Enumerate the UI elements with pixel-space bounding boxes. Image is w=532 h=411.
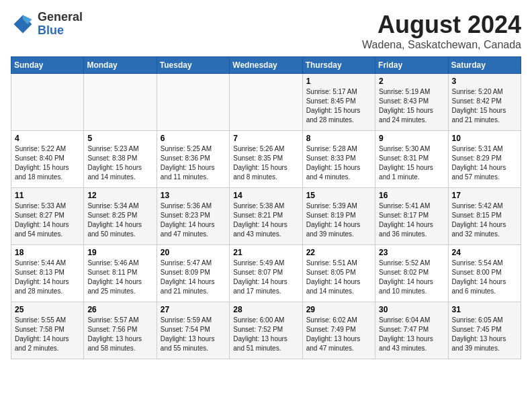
calendar-cell: 15 Sunrise: 5:39 AMSunset: 8:19 PMDaylig… bbox=[302, 188, 375, 245]
day-number: 7 bbox=[233, 134, 298, 143]
day-number: 23 bbox=[379, 248, 444, 257]
day-number: 19 bbox=[87, 248, 152, 257]
weekday-header-sunday: Sunday bbox=[11, 57, 84, 74]
day-info: Sunrise: 5:59 AMSunset: 7:54 PMDaylight:… bbox=[161, 316, 226, 353]
calendar-cell: 6 Sunrise: 5:25 AMSunset: 8:36 PMDayligh… bbox=[157, 131, 229, 188]
day-info: Sunrise: 5:57 AMSunset: 7:56 PMDaylight:… bbox=[87, 316, 152, 353]
logo-icon bbox=[11, 12, 35, 36]
day-info: Sunrise: 5:17 AMSunset: 8:45 PMDaylight:… bbox=[306, 87, 371, 125]
day-info: Sunrise: 5:36 AMSunset: 8:23 PMDaylight:… bbox=[161, 201, 226, 239]
logo-text: General Blue bbox=[38, 11, 83, 38]
day-info: Sunrise: 5:26 AMSunset: 8:35 PMDaylight:… bbox=[233, 144, 298, 182]
day-info: Sunrise: 5:55 AMSunset: 7:58 PMDaylight:… bbox=[15, 316, 80, 353]
day-info: Sunrise: 5:31 AMSunset: 8:29 PMDaylight:… bbox=[452, 144, 517, 182]
day-info: Sunrise: 5:22 AMSunset: 8:40 PMDaylight:… bbox=[15, 144, 80, 182]
day-info: Sunrise: 5:54 AMSunset: 8:00 PMDaylight:… bbox=[452, 259, 517, 296]
day-info: Sunrise: 5:49 AMSunset: 8:07 PMDaylight:… bbox=[233, 259, 298, 296]
day-info: Sunrise: 5:25 AMSunset: 8:36 PMDaylight:… bbox=[161, 144, 226, 182]
calendar-cell: 30 Sunrise: 6:04 AMSunset: 7:47 PMDaylig… bbox=[375, 302, 448, 359]
calendar-cell: 28 Sunrise: 6:00 AMSunset: 7:52 PMDaylig… bbox=[230, 302, 302, 359]
day-number: 3 bbox=[452, 77, 517, 86]
calendar-cell: 1 Sunrise: 5:17 AMSunset: 8:45 PMDayligh… bbox=[302, 74, 375, 131]
day-number: 17 bbox=[452, 191, 517, 200]
day-number: 21 bbox=[233, 248, 298, 257]
day-info: Sunrise: 5:39 AMSunset: 8:19 PMDaylight:… bbox=[306, 201, 371, 239]
day-info: Sunrise: 6:04 AMSunset: 7:47 PMDaylight:… bbox=[379, 316, 444, 353]
calendar-table: SundayMondayTuesdayWednesdayThursdayFrid… bbox=[11, 56, 521, 359]
weekday-header-row: SundayMondayTuesdayWednesdayThursdayFrid… bbox=[11, 57, 521, 74]
calendar-cell: 18 Sunrise: 5:44 AMSunset: 8:13 PMDaylig… bbox=[11, 245, 84, 302]
day-number: 20 bbox=[161, 248, 226, 257]
day-info: Sunrise: 6:02 AMSunset: 7:49 PMDaylight:… bbox=[306, 316, 371, 353]
calendar-cell bbox=[11, 74, 84, 131]
day-info: Sunrise: 5:47 AMSunset: 8:09 PMDaylight:… bbox=[161, 259, 226, 296]
day-info: Sunrise: 5:38 AMSunset: 8:21 PMDaylight:… bbox=[233, 201, 298, 239]
calendar-cell: 22 Sunrise: 5:51 AMSunset: 8:05 PMDaylig… bbox=[302, 245, 375, 302]
calendar-cell: 23 Sunrise: 5:52 AMSunset: 8:02 PMDaylig… bbox=[375, 245, 448, 302]
day-info: Sunrise: 5:52 AMSunset: 8:02 PMDaylight:… bbox=[379, 259, 444, 296]
weekday-header-wednesday: Wednesday bbox=[230, 57, 302, 74]
location-subtitle: Wadena, Saskatchewan, Canada bbox=[362, 39, 521, 51]
calendar-cell: 29 Sunrise: 6:02 AMSunset: 7:49 PMDaylig… bbox=[302, 302, 375, 359]
calendar-cell: 8 Sunrise: 5:28 AMSunset: 8:33 PMDayligh… bbox=[302, 131, 375, 188]
day-number: 6 bbox=[161, 134, 226, 143]
calendar-cell bbox=[84, 74, 157, 131]
day-number: 25 bbox=[15, 305, 80, 314]
calendar-cell: 12 Sunrise: 5:34 AMSunset: 8:25 PMDaylig… bbox=[84, 188, 157, 245]
logo-blue-text: Blue bbox=[38, 24, 83, 38]
calendar-cell: 9 Sunrise: 5:30 AMSunset: 8:31 PMDayligh… bbox=[375, 131, 448, 188]
calendar-cell: 21 Sunrise: 5:49 AMSunset: 8:07 PMDaylig… bbox=[230, 245, 302, 302]
day-info: Sunrise: 5:44 AMSunset: 8:13 PMDaylight:… bbox=[15, 259, 80, 296]
week-row-4: 18 Sunrise: 5:44 AMSunset: 8:13 PMDaylig… bbox=[11, 245, 521, 302]
calendar-cell: 24 Sunrise: 5:54 AMSunset: 8:00 PMDaylig… bbox=[448, 245, 521, 302]
day-number: 12 bbox=[87, 191, 152, 200]
weekday-header-friday: Friday bbox=[375, 57, 448, 74]
day-number: 13 bbox=[161, 191, 226, 200]
day-info: Sunrise: 5:19 AMSunset: 8:43 PMDaylight:… bbox=[379, 87, 444, 125]
day-info: Sunrise: 5:20 AMSunset: 8:42 PMDaylight:… bbox=[452, 87, 517, 125]
calendar-cell: 27 Sunrise: 5:59 AMSunset: 7:54 PMDaylig… bbox=[157, 302, 229, 359]
week-row-2: 4 Sunrise: 5:22 AMSunset: 8:40 PMDayligh… bbox=[11, 131, 521, 188]
day-number: 15 bbox=[306, 191, 371, 200]
day-number: 5 bbox=[87, 134, 152, 143]
day-info: Sunrise: 5:30 AMSunset: 8:31 PMDaylight:… bbox=[379, 144, 444, 182]
weekday-header-thursday: Thursday bbox=[302, 57, 375, 74]
calendar-cell: 5 Sunrise: 5:23 AMSunset: 8:38 PMDayligh… bbox=[84, 131, 157, 188]
calendar-cell: 7 Sunrise: 5:26 AMSunset: 8:35 PMDayligh… bbox=[230, 131, 302, 188]
day-number: 31 bbox=[452, 305, 517, 314]
day-info: Sunrise: 5:23 AMSunset: 8:38 PMDaylight:… bbox=[87, 144, 152, 182]
day-number: 1 bbox=[306, 77, 371, 86]
day-number: 22 bbox=[306, 248, 371, 257]
calendar-cell bbox=[157, 74, 229, 131]
day-info: Sunrise: 5:41 AMSunset: 8:17 PMDaylight:… bbox=[379, 201, 444, 239]
day-number: 24 bbox=[452, 248, 517, 257]
logo: General Blue bbox=[11, 11, 83, 38]
day-number: 26 bbox=[87, 305, 152, 314]
day-number: 30 bbox=[379, 305, 444, 314]
month-year-title: August 2024 bbox=[362, 11, 521, 39]
calendar-cell: 20 Sunrise: 5:47 AMSunset: 8:09 PMDaylig… bbox=[157, 245, 229, 302]
calendar-cell: 26 Sunrise: 5:57 AMSunset: 7:56 PMDaylig… bbox=[84, 302, 157, 359]
day-info: Sunrise: 5:51 AMSunset: 8:05 PMDaylight:… bbox=[306, 259, 371, 296]
day-number: 14 bbox=[233, 191, 298, 200]
day-number: 18 bbox=[15, 248, 80, 257]
calendar-cell: 14 Sunrise: 5:38 AMSunset: 8:21 PMDaylig… bbox=[230, 188, 302, 245]
day-info: Sunrise: 5:42 AMSunset: 8:15 PMDaylight:… bbox=[452, 201, 517, 239]
day-info: Sunrise: 6:00 AMSunset: 7:52 PMDaylight:… bbox=[233, 316, 298, 353]
calendar-cell: 31 Sunrise: 6:05 AMSunset: 7:45 PMDaylig… bbox=[448, 302, 521, 359]
calendar-cell: 10 Sunrise: 5:31 AMSunset: 8:29 PMDaylig… bbox=[448, 131, 521, 188]
week-row-1: 1 Sunrise: 5:17 AMSunset: 8:45 PMDayligh… bbox=[11, 74, 521, 131]
day-number: 29 bbox=[306, 305, 371, 314]
day-number: 27 bbox=[161, 305, 226, 314]
day-number: 16 bbox=[379, 191, 444, 200]
calendar-cell: 3 Sunrise: 5:20 AMSunset: 8:42 PMDayligh… bbox=[448, 74, 521, 131]
calendar-cell: 13 Sunrise: 5:36 AMSunset: 8:23 PMDaylig… bbox=[157, 188, 229, 245]
day-number: 9 bbox=[379, 134, 444, 143]
calendar-cell: 4 Sunrise: 5:22 AMSunset: 8:40 PMDayligh… bbox=[11, 131, 84, 188]
weekday-header-tuesday: Tuesday bbox=[157, 57, 229, 74]
weekday-header-saturday: Saturday bbox=[448, 57, 521, 74]
day-number: 28 bbox=[233, 305, 298, 314]
day-info: Sunrise: 5:28 AMSunset: 8:33 PMDaylight:… bbox=[306, 144, 371, 182]
day-number: 11 bbox=[15, 191, 80, 200]
day-info: Sunrise: 5:33 AMSunset: 8:27 PMDaylight:… bbox=[15, 201, 80, 239]
